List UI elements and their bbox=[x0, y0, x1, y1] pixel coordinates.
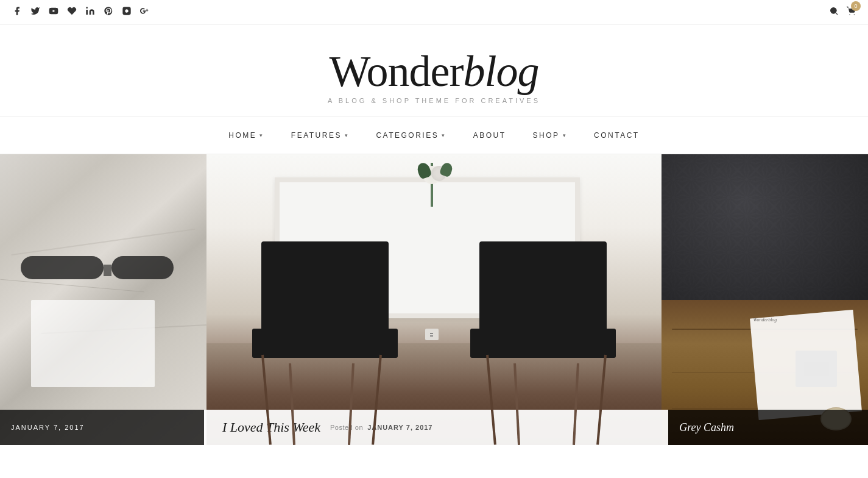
social-bar: 0 bbox=[0, 0, 868, 25]
nav-item-home[interactable]: HOME ▾ bbox=[215, 128, 278, 143]
grid-panel-right[interactable]: Wonderblog bbox=[662, 154, 868, 445]
logo-italic-text: blog bbox=[464, 47, 539, 96]
youtube-icon[interactable] bbox=[49, 6, 58, 18]
nav-item-shop[interactable]: SHOP ▾ bbox=[520, 128, 581, 143]
chevron-down-icon: ▾ bbox=[442, 132, 446, 138]
cart-count: 0 bbox=[851, 1, 861, 11]
caption-left-date[interactable]: JANUARY 7, 2017 bbox=[0, 410, 204, 445]
grid-panel-center[interactable] bbox=[206, 154, 661, 445]
main-navigation: HOME ▾ FEATURES ▾ CATEGORIES ▾ ABOUT SHO… bbox=[0, 116, 868, 154]
svg-point-5 bbox=[830, 7, 837, 14]
svg-line-6 bbox=[836, 13, 838, 15]
cart-button[interactable]: 0 bbox=[846, 6, 856, 18]
caption-right-title[interactable]: Grey Cashm bbox=[668, 410, 868, 445]
bloglovin-icon[interactable] bbox=[67, 6, 77, 18]
svg-rect-1 bbox=[86, 10, 88, 15]
post-title: I Loved This Week bbox=[222, 419, 320, 435]
nav-item-contact[interactable]: CONTACT bbox=[580, 128, 653, 143]
site-logo[interactable]: Wonderblog bbox=[12, 49, 856, 93]
nav-item-about[interactable]: ABOUT bbox=[460, 128, 520, 143]
chevron-down-icon: ▾ bbox=[345, 132, 350, 138]
nav-item-categories[interactable]: CATEGORIES ▾ bbox=[362, 128, 459, 143]
caption-overlay: JANUARY 7, 2017 I Loved This Week Posted… bbox=[0, 410, 868, 445]
googleplus-icon[interactable] bbox=[140, 6, 150, 18]
grid-panel-left[interactable] bbox=[0, 154, 206, 445]
svg-point-7 bbox=[849, 14, 850, 15]
site-header: Wonderblog A Blog & Shop Theme for Creat… bbox=[0, 25, 868, 116]
chevron-down-icon: ▾ bbox=[259, 132, 264, 138]
instagram-icon[interactable] bbox=[122, 6, 132, 18]
social-icons-group bbox=[12, 6, 150, 18]
hero-image-grid: Wonderblog JANUARY 7, 2017 I Loved This … bbox=[0, 154, 868, 445]
logo-normal-text: Wonder bbox=[329, 47, 463, 96]
svg-point-8 bbox=[854, 14, 855, 15]
facebook-icon[interactable] bbox=[12, 6, 22, 18]
chevron-down-icon: ▾ bbox=[563, 132, 568, 138]
linkedin-icon[interactable] bbox=[85, 6, 95, 18]
top-right-controls: 0 bbox=[829, 6, 856, 18]
svg-point-2 bbox=[86, 7, 88, 9]
twitter-icon[interactable] bbox=[30, 6, 40, 18]
nav-item-features[interactable]: FEATURES ▾ bbox=[278, 128, 363, 143]
post-meta: Posted on JANUARY 7, 2017 bbox=[330, 424, 433, 431]
search-button[interactable] bbox=[829, 6, 839, 18]
site-tagline: A Blog & Shop Theme for Creatives bbox=[12, 97, 856, 104]
pinterest-icon[interactable] bbox=[104, 6, 113, 18]
